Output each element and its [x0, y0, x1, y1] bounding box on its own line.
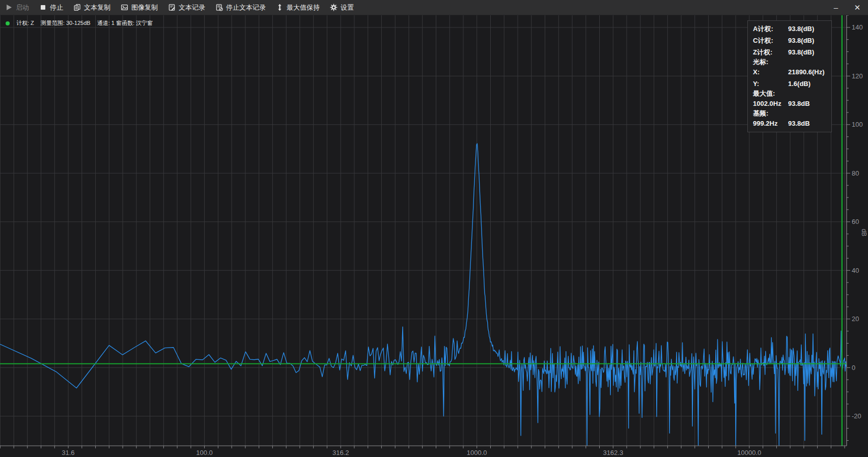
start-label: 启动 [16, 3, 29, 12]
text-record-label: 文本记录 [179, 3, 205, 12]
max-hold-icon [276, 4, 284, 11]
readout-value: 93.8dB [788, 120, 831, 127]
readout-row: A计权:93.8(dB) [753, 23, 831, 35]
readout-panel: A计权:93.8(dB)C计权:93.8(dB)Z计权:93.8(dB)光标:X… [747, 20, 832, 132]
y-tick-label: 20 [852, 315, 859, 323]
settings-button[interactable]: 设置 [325, 0, 359, 15]
stop-icon [39, 4, 47, 11]
readout-value: 1.6(dB) [788, 80, 831, 88]
stop-label: 停止 [50, 3, 63, 12]
readout-label: A计权: [753, 24, 788, 34]
readout-row: 1002.0Hz93.8dB [753, 98, 831, 109]
y-tick-label: 120 [852, 72, 863, 80]
readout-value: 93.8dB [788, 100, 831, 107]
start-button: 启动 [0, 0, 34, 15]
window-controls: –✕ [825, 0, 868, 15]
spectrum-chart[interactable]: 31.6100.0316.21000.03162.310000.0-200204… [0, 15, 868, 457]
y-tick-label: -20 [852, 412, 861, 420]
play-icon [5, 4, 13, 11]
settings-label: 设置 [341, 3, 354, 12]
readout-value: 93.8(dB) [788, 25, 831, 33]
y-tick-label: 100 [852, 121, 863, 128]
spectrum-analyzer-window: 启动停止 文本复制 图像复制 文本记录 停止文本记录最大值保持 设置–✕ 31.… [0, 0, 868, 457]
image-copy-label: 图像复制 [131, 3, 158, 12]
stop-button[interactable]: 停止 [34, 0, 68, 15]
gear-icon [330, 4, 338, 11]
status-segment-0: 计权: Z [16, 19, 34, 27]
readout-label: C计权: [753, 36, 788, 45]
readout-row: Z计权:93.8(dB) [753, 46, 831, 58]
text-copy-label: 文本复制 [84, 3, 110, 12]
readout-label: Y: [753, 80, 788, 88]
max-hold-button[interactable]: 最大值保持 [271, 0, 325, 15]
readout-row: 999.2Hz93.8dB [753, 118, 831, 129]
text-copy-icon [73, 4, 81, 11]
readout-value: 93.8(dB) [788, 48, 831, 56]
spectrum-trace [0, 144, 847, 445]
x-tick-label: 31.6 [62, 449, 74, 456]
readout-label: X: [753, 68, 788, 76]
readout-row: 基频: [753, 109, 831, 118]
x-tick-label: 3162.3 [603, 449, 623, 456]
y-tick-label: 80 [852, 169, 859, 177]
readout-value: 93.8(dB) [788, 37, 831, 44]
toolbar: 启动停止 文本复制 图像复制 文本记录 停止文本记录最大值保持 设置–✕ [0, 0, 868, 15]
image-copy-button[interactable]: 图像复制 [116, 0, 163, 15]
readout-row: 最大值: [753, 90, 831, 98]
stop-record-icon [215, 4, 223, 11]
text-record-button[interactable]: 文本记录 [163, 0, 210, 15]
stop-text-record-label: 停止文本记录 [226, 3, 266, 12]
spectrum-plot-svg[interactable]: 31.6100.0316.21000.03162.310000.0-200204… [0, 15, 868, 457]
max-hold-label: 最大值保持 [287, 3, 320, 12]
x-tick-label: 1000.0 [467, 449, 487, 456]
y-tick-label: 140 [852, 23, 863, 31]
readout-label: 最大值: [753, 89, 788, 98]
image-copy-icon [121, 4, 128, 11]
running-indicator-dot [6, 21, 10, 25]
stop-text-record-button[interactable]: 停止文本记录 [210, 0, 271, 15]
readout-label: 999.2Hz [753, 120, 788, 127]
text-copy-button[interactable]: 文本复制 [68, 0, 116, 15]
readout-label: Z计权: [753, 48, 788, 57]
y-tick-label: 0 [852, 364, 855, 372]
minimize-button[interactable]: – [825, 0, 847, 15]
readout-row: Y:1.6(dB) [753, 78, 831, 90]
y-tick-label: 40 [852, 267, 859, 274]
readout-row: C计权:93.8(dB) [753, 35, 831, 46]
readout-row: 光标: [753, 58, 831, 66]
readout-label: 1002.0Hz [753, 100, 788, 107]
readout-row: X:21890.6(Hz) [753, 66, 831, 78]
measurement-status-bar: 计权: Z测量范围: 30-125dB通道: 1 窗函数: 汉宁窗 [6, 19, 153, 27]
readout-label: 基频: [753, 109, 788, 118]
status-segment-1: 测量范围: 30-125dB [41, 19, 91, 27]
status-segment-2: 通道: 1 窗函数: 汉宁窗 [97, 19, 153, 27]
text-record-icon [168, 4, 176, 11]
x-tick-label: 100.0 [196, 449, 213, 456]
x-tick-label: 316.2 [332, 449, 349, 456]
y-tick-label: 60 [852, 218, 859, 225]
close-button[interactable]: ✕ [847, 0, 868, 15]
readout-value: 21890.6(Hz) [788, 68, 831, 76]
readout-label: 光标: [753, 58, 788, 67]
x-tick-label: 10000.0 [737, 449, 761, 456]
y-axis-unit-label: dB [861, 229, 868, 237]
